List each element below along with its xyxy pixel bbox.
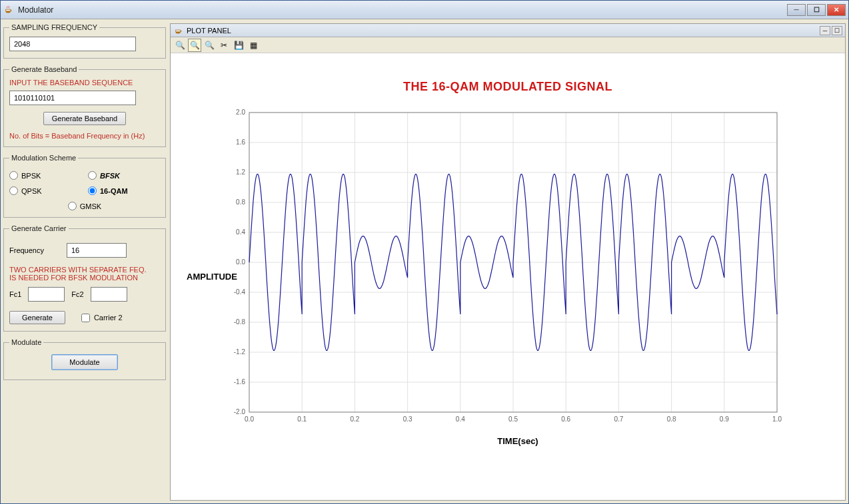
radio-gmsk-label: GMSK (80, 202, 101, 210)
fc1-label: Fc1 (9, 290, 21, 298)
svg-text:0.8: 0.8 (667, 415, 676, 423)
svg-text:0.0: 0.0 (236, 258, 245, 266)
window-title: Modulator (18, 5, 787, 15)
modulation-scheme-group: Modulation Scheme BPSK BFSK QPSK 16-QAM … (3, 154, 166, 218)
java-icon (173, 25, 184, 36)
plot-toolbar: 🔍 🔍 🔍 ✂ 💾 ▦ (171, 37, 845, 53)
svg-text:0.4: 0.4 (236, 228, 245, 236)
plot-canvas: THE 16-QAM MODULATED SIGNAL AMPLITUDE 0.… (171, 53, 845, 500)
generate-baseband-group: Generate Baseband INPUT THE BASEBAND SEQ… (3, 65, 166, 147)
sampling-legend: SAMPLING FREQUENCY (9, 23, 99, 31)
carrier-note1: TWO CARRIERS WITH SEPARATE FEQ. (9, 266, 160, 274)
fc2-label: Fc2 (71, 290, 83, 298)
save-icon[interactable]: 💾 (232, 39, 245, 52)
baseband-input-label: INPUT THE BASEBAND SEQUENCE (9, 79, 160, 87)
minimize-button[interactable]: ─ (787, 4, 806, 16)
radio-bpsk[interactable]: BPSK (9, 171, 81, 180)
fc1-input[interactable] (28, 287, 65, 302)
svg-text:0.3: 0.3 (403, 415, 413, 423)
svg-text:-0.4: -0.4 (234, 288, 246, 296)
sampling-frequency-input[interactable] (9, 37, 136, 51)
main-window: Modulator ─ ☐ ✕ SAMPLING FREQUENCY Gener… (0, 0, 849, 504)
zoom-box-icon[interactable]: 🔍 (188, 39, 201, 52)
generate-carrier-group: Generate Carrier Frequency TWO CARRIERS … (3, 224, 166, 332)
zoom-reset-icon[interactable]: 🔍 (203, 39, 216, 52)
svg-text:-1.6: -1.6 (234, 378, 246, 385)
modulate-legend: Modulate (9, 338, 43, 346)
svg-text:0.8: 0.8 (236, 198, 245, 206)
chart-svg: 0.00.10.20.30.40.50.60.70.80.91.0-2.0-1.… (211, 106, 784, 432)
baseband-legend: Generate Baseband (9, 65, 79, 73)
generate-baseband-button[interactable]: Generate Baseband (43, 112, 126, 125)
chart-title: THE 16-QAM MODULATED SIGNAL (177, 80, 838, 94)
radio-bfsk-label: BFSK (100, 172, 120, 180)
scheme-legend: Modulation Scheme (9, 154, 78, 162)
baseband-note: No. of Bits = Baseband Frequency in (Hz) (9, 132, 160, 140)
plot-panel-titlebar: PLOT PANEL ─ ☐ (171, 24, 845, 37)
svg-text:0.9: 0.9 (720, 415, 729, 423)
svg-text:-2.0: -2.0 (234, 408, 246, 415)
titlebar: Modulator ─ ☐ ✕ (1, 1, 848, 19)
modulate-button[interactable]: Modulate (51, 354, 117, 370)
radio-gmsk[interactable]: GMSK (68, 202, 101, 210)
svg-text:-0.8: -0.8 (234, 318, 246, 326)
generate-carrier-button[interactable]: Generate (9, 311, 65, 324)
radio-qpsk-label: QPSK (21, 187, 42, 195)
fc2-input[interactable] (91, 287, 127, 302)
svg-text:1.2: 1.2 (236, 168, 245, 176)
svg-text:-1.2: -1.2 (234, 348, 246, 356)
zoom-in-icon[interactable]: 🔍 (173, 39, 187, 52)
svg-text:0.6: 0.6 (561, 415, 570, 423)
carrier2-label: Carrier 2 (94, 314, 123, 322)
baseband-sequence-input[interactable] (9, 91, 136, 105)
radio-qpsk[interactable]: QPSK (9, 186, 81, 195)
svg-text:0.4: 0.4 (456, 415, 465, 423)
plot-minimize-button[interactable]: ─ (820, 26, 830, 35)
modulate-group: Modulate Modulate (3, 338, 166, 380)
carrier-note2: IS NEEDED FOR BFSK MODULATION (9, 274, 160, 282)
plot-area: PLOT PANEL ─ ☐ 🔍 🔍 🔍 ✂ 💾 ▦ THE 16-QAM MO… (170, 23, 846, 501)
svg-text:1.0: 1.0 (772, 415, 782, 423)
window-buttons: ─ ☐ ✕ (787, 4, 846, 16)
java-icon (3, 5, 14, 15)
plot-panel-window: PLOT PANEL ─ ☐ 🔍 🔍 🔍 ✂ 💾 ▦ THE 16-QAM MO… (170, 23, 846, 501)
carrier-freq-input[interactable] (67, 243, 127, 258)
radio-bpsk-label: BPSK (21, 172, 41, 180)
plot-panel-title: PLOT PANEL (187, 27, 820, 35)
carrier2-checkbox[interactable]: Carrier 2 (81, 314, 123, 322)
sampling-frequency-group: SAMPLING FREQUENCY (3, 23, 166, 59)
svg-text:0.2: 0.2 (350, 415, 359, 423)
svg-text:0.1: 0.1 (297, 415, 307, 423)
plot-maximize-button[interactable]: ☐ (832, 26, 842, 35)
chart-xlabel: TIME(sec) (211, 436, 825, 446)
radio-16qam[interactable]: 16-QAM (88, 186, 160, 195)
content-area: SAMPLING FREQUENCY Generate Baseband INP… (1, 19, 848, 503)
svg-text:0.5: 0.5 (508, 415, 518, 423)
sidebar: SAMPLING FREQUENCY Generate Baseband INP… (3, 23, 166, 501)
radio-bfsk[interactable]: BFSK (88, 171, 160, 180)
carrier-legend: Generate Carrier (9, 224, 69, 232)
carrier-freq-label: Frequency (9, 246, 63, 254)
grid-icon[interactable]: ▦ (247, 39, 260, 52)
radio-16qam-label: 16-QAM (100, 187, 128, 195)
maximize-button[interactable]: ☐ (807, 4, 826, 16)
close-button[interactable]: ✕ (827, 4, 846, 16)
svg-text:2.0: 2.0 (236, 109, 245, 116)
svg-text:0.7: 0.7 (614, 415, 623, 423)
fit-icon[interactable]: ✂ (217, 39, 231, 52)
svg-text:0.0: 0.0 (245, 415, 254, 423)
svg-text:1.6: 1.6 (236, 138, 245, 146)
